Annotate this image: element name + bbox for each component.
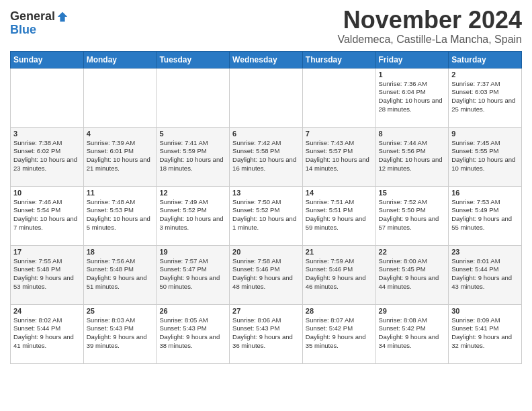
- day-number: 29: [379, 307, 446, 315]
- weekday-header-tuesday: Tuesday: [157, 51, 230, 68]
- day-detail: Sunrise: 7:50 AM Sunset: 5:52 PM Dayligh…: [232, 198, 300, 232]
- day-number: 17: [13, 248, 81, 256]
- calendar-cell: 3Sunrise: 7:38 AM Sunset: 6:02 PM Daylig…: [11, 127, 84, 186]
- day-detail: Sunrise: 8:02 AM Sunset: 5:44 PM Dayligh…: [13, 316, 81, 351]
- day-detail: Sunrise: 7:41 AM Sunset: 5:59 PM Dayligh…: [159, 139, 226, 173]
- weekday-header-monday: Monday: [83, 51, 157, 68]
- day-detail: Sunrise: 8:00 AM Sunset: 5:45 PM Dayligh…: [379, 257, 446, 291]
- day-number: 12: [159, 189, 226, 197]
- week-row-3: 10Sunrise: 7:46 AM Sunset: 5:54 PM Dayli…: [11, 186, 522, 245]
- day-number: 20: [232, 248, 300, 256]
- day-detail: Sunrise: 7:48 AM Sunset: 5:53 PM Dayligh…: [87, 198, 154, 232]
- calendar-cell: [83, 68, 157, 127]
- calendar-cell: 1Sunrise: 7:36 AM Sunset: 6:04 PM Daylig…: [375, 68, 449, 127]
- calendar-cell: 21Sunrise: 7:59 AM Sunset: 5:46 PM Dayli…: [302, 245, 375, 304]
- calendar-cell: 23Sunrise: 8:01 AM Sunset: 5:44 PM Dayli…: [449, 245, 522, 304]
- day-number: 2: [451, 71, 519, 79]
- weekday-header-sunday: Sunday: [11, 51, 84, 68]
- day-number: 3: [13, 130, 81, 138]
- day-number: 18: [87, 248, 154, 256]
- day-detail: Sunrise: 7:56 AM Sunset: 5:48 PM Dayligh…: [87, 257, 154, 291]
- weekday-header-row: SundayMondayTuesdayWednesdayThursdayFrid…: [11, 51, 522, 68]
- day-detail: Sunrise: 7:45 AM Sunset: 5:55 PM Dayligh…: [451, 139, 519, 173]
- calendar-cell: 22Sunrise: 8:00 AM Sunset: 5:45 PM Dayli…: [375, 245, 449, 304]
- calendar-cell: [230, 68, 303, 127]
- day-number: 13: [232, 189, 300, 197]
- day-number: 6: [232, 130, 300, 138]
- calendar-cell: [157, 68, 230, 127]
- weekday-header-friday: Friday: [375, 51, 449, 68]
- week-row-2: 3Sunrise: 7:38 AM Sunset: 6:02 PM Daylig…: [11, 127, 522, 186]
- calendar-cell: 17Sunrise: 7:55 AM Sunset: 5:48 PM Dayli…: [11, 245, 84, 304]
- day-number: 5: [159, 130, 226, 138]
- calendar-cell: 5Sunrise: 7:41 AM Sunset: 5:59 PM Daylig…: [157, 127, 230, 186]
- day-detail: Sunrise: 8:06 AM Sunset: 5:43 PM Dayligh…: [232, 316, 300, 351]
- day-number: 27: [232, 307, 300, 315]
- logo-blue: Blue: [10, 24, 69, 37]
- day-detail: Sunrise: 7:59 AM Sunset: 5:46 PM Dayligh…: [306, 257, 373, 291]
- day-number: 25: [87, 307, 154, 315]
- calendar-cell: 25Sunrise: 8:03 AM Sunset: 5:43 PM Dayli…: [83, 304, 157, 363]
- day-detail: Sunrise: 7:53 AM Sunset: 5:49 PM Dayligh…: [451, 198, 519, 232]
- day-number: 7: [306, 130, 373, 138]
- calendar-cell: 6Sunrise: 7:42 AM Sunset: 5:58 PM Daylig…: [230, 127, 303, 186]
- calendar: SundayMondayTuesdayWednesdayThursdayFrid…: [10, 51, 522, 364]
- day-number: 15: [379, 189, 446, 197]
- calendar-cell: 30Sunrise: 8:09 AM Sunset: 5:41 PM Dayli…: [449, 304, 522, 363]
- day-detail: Sunrise: 8:05 AM Sunset: 5:43 PM Dayligh…: [159, 316, 226, 351]
- location: Valdemeca, Castille-La Mancha, Spain: [337, 34, 522, 46]
- week-row-5: 24Sunrise: 8:02 AM Sunset: 5:44 PM Dayli…: [11, 304, 522, 363]
- day-detail: Sunrise: 7:36 AM Sunset: 6:04 PM Dayligh…: [379, 80, 446, 114]
- day-number: 16: [451, 189, 519, 197]
- day-number: 22: [379, 248, 446, 256]
- day-number: 4: [87, 130, 154, 138]
- week-row-1: 1Sunrise: 7:36 AM Sunset: 6:04 PM Daylig…: [11, 68, 522, 127]
- calendar-cell: 14Sunrise: 7:51 AM Sunset: 5:51 PM Dayli…: [302, 186, 375, 245]
- day-number: 9: [451, 130, 519, 138]
- day-detail: Sunrise: 8:08 AM Sunset: 5:42 PM Dayligh…: [379, 316, 446, 351]
- calendar-cell: 28Sunrise: 8:07 AM Sunset: 5:42 PM Dayli…: [302, 304, 375, 363]
- day-detail: Sunrise: 7:39 AM Sunset: 6:01 PM Dayligh…: [87, 139, 154, 173]
- calendar-cell: 4Sunrise: 7:39 AM Sunset: 6:01 PM Daylig…: [83, 127, 157, 186]
- day-detail: Sunrise: 7:43 AM Sunset: 5:57 PM Dayligh…: [306, 139, 373, 173]
- calendar-cell: 11Sunrise: 7:48 AM Sunset: 5:53 PM Dayli…: [83, 186, 157, 245]
- day-detail: Sunrise: 7:37 AM Sunset: 6:03 PM Dayligh…: [451, 80, 519, 114]
- weekday-header-thursday: Thursday: [302, 51, 375, 68]
- calendar-cell: 27Sunrise: 8:06 AM Sunset: 5:43 PM Dayli…: [230, 304, 303, 363]
- calendar-cell: 13Sunrise: 7:50 AM Sunset: 5:52 PM Dayli…: [230, 186, 303, 245]
- day-detail: Sunrise: 7:46 AM Sunset: 5:54 PM Dayligh…: [13, 198, 81, 232]
- day-detail: Sunrise: 7:42 AM Sunset: 5:58 PM Dayligh…: [232, 139, 300, 173]
- calendar-cell: 8Sunrise: 7:44 AM Sunset: 5:56 PM Daylig…: [375, 127, 449, 186]
- day-detail: Sunrise: 7:55 AM Sunset: 5:48 PM Dayligh…: [13, 257, 81, 291]
- day-number: 23: [451, 248, 519, 256]
- day-number: 26: [159, 307, 226, 315]
- logo-icon: [56, 11, 69, 23]
- day-number: 1: [379, 71, 446, 79]
- calendar-body: 1Sunrise: 7:36 AM Sunset: 6:04 PM Daylig…: [11, 68, 522, 363]
- calendar-cell: 26Sunrise: 8:05 AM Sunset: 5:43 PM Dayli…: [157, 304, 230, 363]
- title-block: November 2024 Valdemeca, Castille-La Man…: [337, 7, 522, 46]
- calendar-cell: 2Sunrise: 7:37 AM Sunset: 6:03 PM Daylig…: [449, 68, 522, 127]
- calendar-cell: 24Sunrise: 8:02 AM Sunset: 5:44 PM Dayli…: [11, 304, 84, 363]
- day-number: 14: [306, 189, 373, 197]
- week-row-4: 17Sunrise: 7:55 AM Sunset: 5:48 PM Dayli…: [11, 245, 522, 304]
- month-title: November 2024: [337, 7, 522, 34]
- day-detail: Sunrise: 7:58 AM Sunset: 5:46 PM Dayligh…: [232, 257, 300, 291]
- day-detail: Sunrise: 8:09 AM Sunset: 5:41 PM Dayligh…: [451, 316, 519, 351]
- day-detail: Sunrise: 8:01 AM Sunset: 5:44 PM Dayligh…: [451, 257, 519, 291]
- calendar-cell: 16Sunrise: 7:53 AM Sunset: 5:49 PM Dayli…: [449, 186, 522, 245]
- calendar-cell: [302, 68, 375, 127]
- day-number: 11: [87, 189, 154, 197]
- weekday-header-wednesday: Wednesday: [230, 51, 303, 68]
- calendar-cell: 15Sunrise: 7:52 AM Sunset: 5:50 PM Dayli…: [375, 186, 449, 245]
- day-detail: Sunrise: 8:03 AM Sunset: 5:43 PM Dayligh…: [87, 316, 154, 351]
- calendar-cell: 9Sunrise: 7:45 AM Sunset: 5:55 PM Daylig…: [449, 127, 522, 186]
- day-detail: Sunrise: 7:44 AM Sunset: 5:56 PM Dayligh…: [379, 139, 446, 173]
- day-detail: Sunrise: 7:49 AM Sunset: 5:52 PM Dayligh…: [159, 198, 226, 232]
- page: General Blue November 2024 Valdemeca, Ca…: [0, 0, 532, 371]
- logo-general: General: [10, 10, 55, 24]
- logo: General Blue: [10, 10, 69, 37]
- day-detail: Sunrise: 8:07 AM Sunset: 5:42 PM Dayligh…: [306, 316, 373, 351]
- calendar-cell: 19Sunrise: 7:57 AM Sunset: 5:47 PM Dayli…: [157, 245, 230, 304]
- header: General Blue November 2024 Valdemeca, Ca…: [10, 7, 522, 46]
